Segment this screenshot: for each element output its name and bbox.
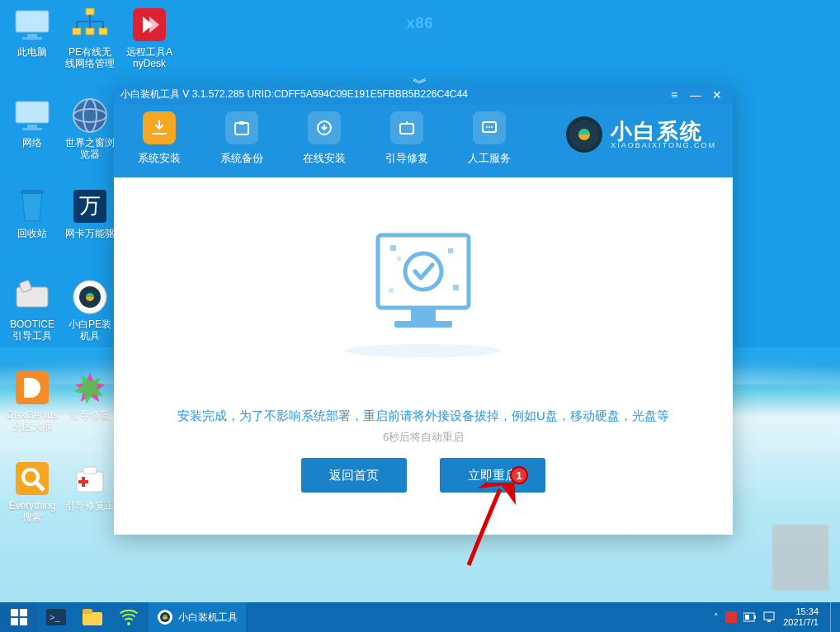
tab-online-install[interactable]: 在线安装: [295, 111, 353, 166]
svg-rect-33: [78, 480, 88, 483]
desktop-icon-pe-net[interactable]: PE有线无线网络管理: [64, 5, 116, 69]
taskbar-wifi-icon[interactable]: [111, 602, 147, 632]
brand: 小白系统 XIAOBAIXITONG.COM: [566, 116, 716, 153]
svg-rect-15: [86, 28, 94, 35]
svg-rect-44: [411, 309, 436, 321]
system-tray: ˄ 15:34 2021/7/1: [709, 602, 840, 632]
brand-logo-icon: [566, 116, 602, 153]
cloud-download-icon: [308, 111, 341, 144]
close-icon[interactable]: ✕: [706, 87, 728, 103]
svg-rect-13: [86, 8, 94, 15]
window-body: 安装完成，为了不影响系统部署，重启前请将外接设备拔掉，例如U盘，移动硬盘，光盘等…: [114, 177, 733, 535]
backup-icon: [225, 111, 258, 144]
svg-rect-2: [22, 37, 42, 40]
svg-rect-65: [745, 615, 749, 620]
taskbar-explorer-icon[interactable]: [74, 602, 111, 632]
svg-rect-51: [389, 288, 394, 293]
desktop-icon-diskgenius[interactable]: DiskGenius分区大师: [7, 368, 58, 432]
chat-icon: [473, 111, 506, 144]
svg-rect-45: [394, 321, 452, 328]
start-button[interactable]: [0, 602, 38, 632]
tray-up-icon[interactable]: ˄: [714, 612, 719, 623]
menu-icon[interactable]: ≡: [663, 87, 685, 103]
desktop-icon-recycle-bin[interactable]: 回收站: [7, 186, 58, 239]
desktop-icon-network[interactable]: 网络: [7, 96, 58, 149]
app-window: 小白装机工具 V 3.1.572.285 URID:CDFF5A594C09E1…: [114, 85, 733, 535]
svg-rect-37: [400, 124, 413, 134]
tray-battery-icon[interactable]: [743, 612, 757, 622]
restart-now-button[interactable]: 立即重启: [440, 458, 545, 493]
desktop-icon-anydesk[interactable]: 远程工具AnyDesk: [124, 5, 175, 69]
svg-rect-4: [27, 125, 37, 128]
desktop-icon-xiaobai-pe[interactable]: 小白PE装机具: [64, 277, 116, 342]
taskbar: >_ 小白装机工具 ˄ 15:34 2021/7/1: [0, 602, 840, 632]
tray-clock[interactable]: 15:34 2021/7/1: [781, 606, 823, 628]
svg-text:>_: >_: [50, 612, 60, 622]
svg-rect-62: [725, 611, 737, 623]
svg-point-42: [345, 344, 502, 357]
minimize-icon[interactable]: —: [685, 87, 706, 103]
tab-bar: 系统安装 系统备份 在线安装 引导修复 人工服务: [130, 111, 518, 166]
svg-rect-5: [22, 128, 42, 130]
svg-rect-3: [16, 101, 49, 123]
install-complete-message: 安装完成，为了不影响系统部署，重启前请将外接设备拔掉，例如U盘，移动硬盘，光盘等: [114, 408, 733, 424]
annotation-badge-1: 1: [510, 466, 528, 484]
qr-widget[interactable]: [772, 525, 828, 591]
svg-rect-55: [20, 618, 27, 625]
svg-rect-59: [83, 609, 92, 614]
svg-rect-6: [21, 190, 44, 194]
svg-rect-52: [11, 609, 18, 616]
svg-rect-50: [453, 285, 459, 290]
taskbar-app-item[interactable]: 小白装机工具: [149, 602, 246, 632]
svg-text:万: 万: [79, 194, 101, 218]
show-desktop-button[interactable]: [830, 602, 835, 632]
desktop-icon-boot-repair[interactable]: 引导修复: [64, 368, 116, 421]
svg-point-40: [488, 126, 490, 128]
repair-icon: [390, 111, 423, 144]
download-icon: [143, 111, 176, 144]
desktop-icon-everything[interactable]: Everything搜索: [7, 459, 58, 523]
desktop-icon-boot-repair-tool[interactable]: 引导修复工: [64, 459, 116, 512]
auto-restart-countdown: 6秒后将自动重启: [114, 430, 733, 445]
svg-rect-49: [448, 248, 453, 253]
tab-boot-repair[interactable]: 引导修复: [378, 111, 436, 166]
svg-rect-53: [20, 609, 27, 616]
svg-rect-35: [235, 123, 248, 134]
desktop-icon-this-pc[interactable]: 此电脑: [7, 5, 58, 58]
success-illustration-icon: [333, 227, 514, 359]
titlebar: 小白装机工具 V 3.1.572.285 URID:CDFF5A594C09E1…: [114, 85, 733, 177]
svg-rect-14: [73, 28, 81, 35]
svg-rect-16: [99, 28, 107, 35]
svg-rect-1: [27, 34, 37, 37]
svg-rect-48: [397, 257, 401, 261]
svg-rect-7: [17, 287, 48, 307]
tab-system-backup[interactable]: 系统备份: [213, 111, 271, 166]
tray-network-icon[interactable]: [763, 611, 775, 623]
svg-rect-47: [390, 245, 396, 251]
svg-rect-58: [83, 612, 102, 625]
svg-rect-67: [767, 620, 771, 622]
desktop-icon-netcard[interactable]: 万 网卡万能驱: [64, 186, 116, 239]
desktop-icon-world-browser[interactable]: 世界之窗浏览器: [64, 96, 116, 160]
taskbar-terminal-icon[interactable]: >_: [38, 602, 74, 632]
desktop-icon-bootice[interactable]: BOOTICE引导工具: [7, 277, 58, 342]
taskbar-app-label: 小白装机工具: [178, 611, 238, 625]
svg-rect-66: [764, 612, 774, 620]
svg-rect-0: [16, 11, 49, 32]
tab-human-service[interactable]: 人工服务: [460, 111, 518, 166]
svg-point-41: [491, 126, 493, 128]
tray-flag-icon[interactable]: [725, 611, 737, 623]
window-title: 小白装机工具 V 3.1.572.285 URID:CDFF5A594C09E1…: [120, 87, 468, 101]
svg-rect-54: [11, 618, 18, 625]
tab-system-install[interactable]: 系统安装: [130, 111, 188, 166]
svg-rect-31: [83, 467, 97, 474]
svg-rect-64: [754, 615, 756, 619]
svg-point-39: [486, 126, 488, 128]
back-home-button[interactable]: 返回首页: [301, 458, 407, 493]
